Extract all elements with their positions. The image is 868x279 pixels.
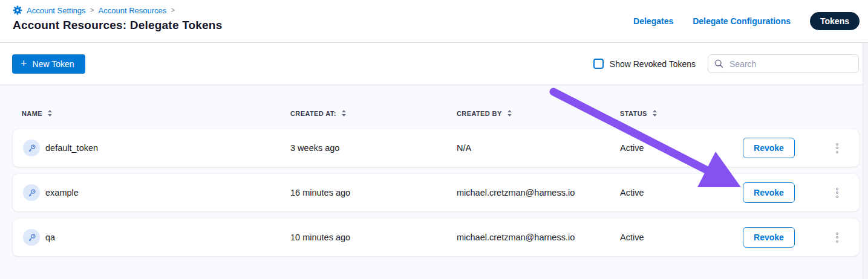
breadcrumb-separator: > bbox=[171, 6, 175, 14]
token-created-at: 16 minutes ago bbox=[290, 174, 350, 211]
delegate-tokens-page: Account Settings > Account Resources > A… bbox=[0, 0, 868, 279]
tab-tokens[interactable]: Tokens bbox=[810, 12, 860, 30]
tab-delegates[interactable]: Delegates bbox=[633, 16, 673, 26]
tab-delegate-configurations[interactable]: Delegate Configurations bbox=[693, 16, 791, 26]
token-created-at: 10 minutes ago bbox=[290, 219, 350, 256]
kebab-menu-icon[interactable] bbox=[832, 185, 842, 200]
tab-bar: Delegates Delegate Configurations Tokens bbox=[633, 12, 860, 30]
search-box[interactable] bbox=[708, 54, 859, 73]
sort-icon bbox=[341, 109, 347, 117]
token-created-by: michael.cretzman@harness.io bbox=[457, 174, 575, 211]
key-icon bbox=[23, 140, 40, 156]
search-icon bbox=[714, 59, 723, 68]
toolbar-right-group: Show Revoked Tokens bbox=[593, 54, 859, 73]
column-label: STATUS bbox=[620, 110, 647, 117]
vertical-scrollbar[interactable] bbox=[863, 43, 868, 279]
revoke-button[interactable]: Revoke bbox=[743, 182, 795, 203]
new-token-button[interactable]: + New Token bbox=[12, 54, 85, 74]
toolbar: + New Token Show Revoked Tokens bbox=[0, 43, 868, 85]
key-icon bbox=[23, 184, 40, 201]
sort-icon bbox=[507, 109, 512, 117]
table-row-example[interactable]: example 16 minutes ago michael.cretzman@… bbox=[13, 174, 859, 211]
token-name: example bbox=[45, 174, 79, 211]
breadcrumb-link-account-settings[interactable]: Account Settings bbox=[27, 6, 86, 15]
key-icon bbox=[23, 229, 40, 246]
column-label: CREATED AT: bbox=[290, 110, 336, 117]
revoke-button[interactable]: Revoke bbox=[743, 138, 795, 158]
breadcrumb: Account Settings > Account Resources > bbox=[13, 5, 175, 15]
column-header-status[interactable]: STATUS bbox=[620, 109, 658, 117]
gear-icon bbox=[13, 5, 22, 15]
new-token-label: New Token bbox=[33, 59, 74, 69]
show-revoked-label[interactable]: Show Revoked Tokens bbox=[610, 59, 696, 69]
sort-icon bbox=[652, 109, 658, 117]
token-created-at: 3 weeks ago bbox=[290, 129, 339, 167]
token-created-by: N/A bbox=[457, 129, 471, 167]
token-status: Active bbox=[620, 129, 644, 167]
column-label: CREATED BY bbox=[457, 110, 502, 117]
plus-icon: + bbox=[21, 58, 27, 69]
sort-icon bbox=[47, 109, 53, 117]
token-status: Active bbox=[620, 219, 644, 256]
table-row-default-token[interactable]: default_token 3 weeks ago N/A Active Rev… bbox=[13, 129, 859, 167]
token-created-by: michael.cretzman@harness.io bbox=[457, 219, 575, 256]
column-header-name[interactable]: NAME bbox=[22, 109, 53, 117]
token-status: Active bbox=[620, 174, 644, 211]
search-input[interactable] bbox=[728, 59, 852, 69]
column-header-created-at[interactable]: CREATED AT: bbox=[290, 109, 347, 117]
kebab-menu-icon[interactable] bbox=[832, 140, 842, 156]
page-header: Account Settings > Account Resources > A… bbox=[0, 0, 868, 43]
token-name: default_token bbox=[45, 129, 98, 167]
show-revoked-checkbox[interactable] bbox=[593, 59, 604, 69]
column-label: NAME bbox=[22, 110, 42, 117]
token-name: qa bbox=[45, 219, 55, 256]
breadcrumb-link-account-resources[interactable]: Account Resources bbox=[99, 6, 167, 15]
breadcrumb-separator: > bbox=[90, 6, 94, 14]
page-title: Account Resources: Delegate Tokens bbox=[13, 19, 222, 32]
table-row-qa[interactable]: qa 10 minutes ago michael.cretzman@harne… bbox=[13, 219, 859, 256]
column-header-created-by[interactable]: CREATED BY bbox=[457, 109, 512, 117]
kebab-menu-icon[interactable] bbox=[832, 229, 842, 245]
tokens-table: NAME CREATED AT: CREATED BY STATUS bbox=[0, 85, 868, 279]
revoke-button[interactable]: Revoke bbox=[743, 227, 795, 248]
